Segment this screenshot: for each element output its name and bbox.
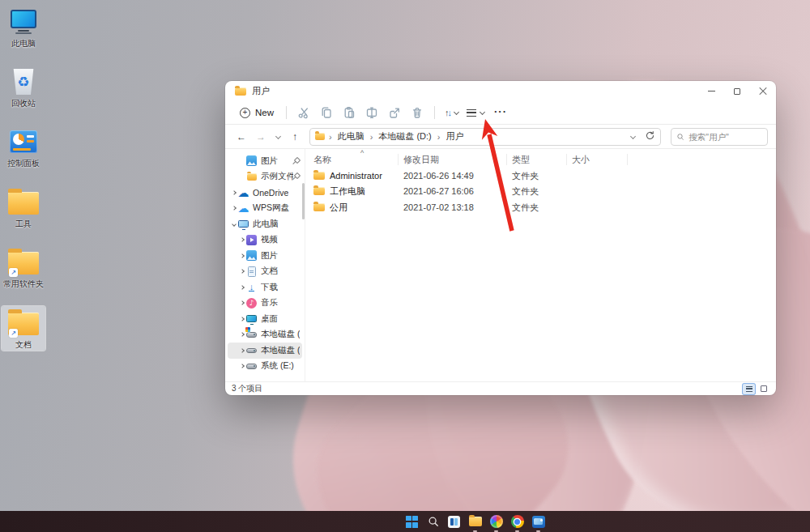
task-view-button[interactable] xyxy=(447,515,461,529)
chevron-right-icon[interactable] xyxy=(238,238,246,241)
column-headers: ^ 名称 修改日期 类型 大小 xyxy=(305,151,776,168)
chevron-right-icon[interactable] xyxy=(238,349,246,352)
sidebar-item-videos[interactable]: 视频 xyxy=(228,232,302,249)
refresh-button[interactable] xyxy=(645,130,655,143)
sidebar-item-documents[interactable]: 文档 xyxy=(228,264,302,280)
breadcrumb[interactable]: › 此电脑 › 本地磁盘 (D:) › 用户 xyxy=(309,128,661,146)
icons-view-icon xyxy=(761,385,767,392)
recycle-bin-icon: ♻ xyxy=(7,67,40,96)
sidebar-item-local-disk-d[interactable]: 本地磁盘 (D:) xyxy=(228,343,302,359)
desktop-icon-recycle-bin[interactable]: ♻ 回收站 xyxy=(2,65,45,109)
task-view-icon xyxy=(448,516,460,528)
breadcrumb-users[interactable]: 用户 xyxy=(444,130,465,143)
desktop-icon-folder[interactable]: 工具 xyxy=(2,185,45,230)
sidebar-item-system-e[interactable]: 系统 (E:) xyxy=(228,359,302,375)
back-button[interactable]: ← xyxy=(233,131,249,143)
search-box[interactable] xyxy=(671,128,768,146)
toolbar-divider xyxy=(286,106,287,119)
chevron-right-icon[interactable] xyxy=(230,206,238,210)
window-folder-icon xyxy=(235,87,246,96)
maximize-button[interactable] xyxy=(724,81,750,101)
desktop-icon-folder-shortcut[interactable]: ↗ 常用软件夹 xyxy=(2,245,45,290)
file-row-administrator[interactable]: Administrator 2021-06-26 14:49 文件夹 xyxy=(305,168,776,184)
refresh-icon xyxy=(645,130,655,141)
chevron-right-icon[interactable] xyxy=(238,301,246,304)
chevron-right-icon[interactable] xyxy=(230,191,238,194)
taskbar-search-button[interactable] xyxy=(426,515,440,529)
sidebar-item-downloads[interactable]: ↓ 下载 xyxy=(228,279,302,296)
sidebar-item-sample-folder[interactable]: 示例文件夹 xyxy=(228,169,302,185)
details-view-button[interactable] xyxy=(743,384,755,394)
chevron-right-icon[interactable] xyxy=(238,254,246,257)
chevron-down-icon xyxy=(480,109,485,114)
search-icon xyxy=(428,516,439,527)
chevron-right-icon[interactable] xyxy=(238,270,246,273)
sidebar-item-wps-cloud[interactable]: ☁ WPS网盘 xyxy=(228,201,302,217)
paste-button[interactable] xyxy=(338,103,360,122)
sidebar-item-local-disk-c[interactable]: 本地磁盘 (C:) xyxy=(228,327,302,343)
share-button[interactable] xyxy=(383,103,406,122)
search-input[interactable] xyxy=(688,132,762,142)
address-dropdown-button[interactable] xyxy=(627,134,638,138)
desktop-icon-label: 文档 xyxy=(15,340,32,349)
chevron-right-icon[interactable] xyxy=(238,333,246,336)
breadcrumb-local-disk-d[interactable]: 本地磁盘 (D:) xyxy=(377,130,433,143)
drive-icon xyxy=(246,348,257,354)
window-body: 图片 示例文件夹 ☁ OneDrive ☁ WPS网盘 xyxy=(225,149,776,381)
chevron-right-icon[interactable] xyxy=(238,317,246,321)
chevron-right-icon[interactable] xyxy=(238,364,246,368)
column-header-name[interactable]: ^ 名称 xyxy=(305,154,398,165)
taskbar-chrome-button[interactable] xyxy=(510,515,524,529)
column-header-type[interactable]: 类型 xyxy=(506,154,566,165)
onedrive-cloud-icon: ☁ xyxy=(238,187,249,198)
up-button[interactable]: ↑ xyxy=(287,131,303,143)
sidebar-item-music[interactable]: ♪ 音乐 xyxy=(228,296,302,312)
drive-icon xyxy=(246,364,257,369)
view-button[interactable] xyxy=(463,107,488,119)
copy-button[interactable] xyxy=(315,103,338,122)
desktop[interactable]: 此电脑 ♻ 回收站 控制面板 工具 ↗ 常用软件夹 xyxy=(0,0,810,532)
desktop-icon-control-panel[interactable]: 控制面板 xyxy=(2,125,45,169)
taskbar-media-app-button[interactable] xyxy=(531,515,545,529)
breadcrumb-this-pc[interactable]: 此电脑 xyxy=(336,130,366,143)
cut-button[interactable] xyxy=(292,103,315,122)
column-header-date-modified[interactable]: 修改日期 xyxy=(398,154,506,165)
sort-button[interactable]: ↑↓ xyxy=(441,105,463,120)
view-list-icon xyxy=(467,109,476,117)
pictures-icon xyxy=(246,250,257,261)
see-more-button[interactable]: ··· xyxy=(488,104,513,122)
recent-locations-button[interactable] xyxy=(272,134,284,138)
file-row-work-pc[interactable]: 工作电脑 2021-06-27 16:06 文件夹 xyxy=(305,184,776,200)
chevron-right-icon[interactable] xyxy=(238,286,246,289)
taskbar-file-explorer-button[interactable] xyxy=(468,515,482,529)
file-row-public[interactable]: 公用 2021-07-02 13:18 文件夹 xyxy=(305,199,776,215)
music-icon: ♪ xyxy=(246,298,257,309)
forward-button[interactable]: → xyxy=(253,131,269,143)
new-button[interactable]: + New xyxy=(233,105,280,121)
close-button[interactable] xyxy=(750,81,776,101)
sidebar-item-pictures[interactable]: 图片 xyxy=(228,248,302,264)
minimize-button[interactable] xyxy=(698,81,724,101)
sidebar-item-desktop[interactable]: 桌面 xyxy=(228,311,302,327)
desktop-icon-label: 工具 xyxy=(15,219,32,228)
title-bar[interactable]: 用户 xyxy=(225,81,776,101)
address-bar: ← → ↑ › 此电脑 › 本地磁盘 (D:) › 用户 xyxy=(225,125,776,149)
column-header-size[interactable]: 大小 xyxy=(566,154,628,165)
file-explorer-icon xyxy=(469,517,482,526)
sidebar-item-onedrive[interactable]: ☁ OneDrive xyxy=(228,185,302,201)
start-button[interactable] xyxy=(405,515,419,529)
sidebar-item-this-pc[interactable]: 此电脑 xyxy=(228,216,302,232)
sidebar-item-pictures-pinned[interactable]: 图片 xyxy=(228,153,302,169)
command-toolbar: + New ↑↓ xyxy=(225,101,776,125)
desktop-icon-this-pc[interactable]: 此电脑 xyxy=(2,5,45,49)
large-icons-view-button[interactable] xyxy=(757,384,770,394)
breadcrumb-chevron: › xyxy=(437,132,441,142)
taskbar-photos-button[interactable] xyxy=(489,515,503,529)
delete-button[interactable] xyxy=(406,103,428,122)
desktop-icon-label: 此电脑 xyxy=(11,39,36,48)
control-panel-icon xyxy=(7,127,40,156)
rename-button[interactable] xyxy=(360,103,383,122)
chevron-down-icon[interactable] xyxy=(230,223,238,226)
desktop-icon-folder-shortcut-selected[interactable]: ↗ 文档 xyxy=(2,306,45,351)
folder-icon xyxy=(7,188,40,217)
